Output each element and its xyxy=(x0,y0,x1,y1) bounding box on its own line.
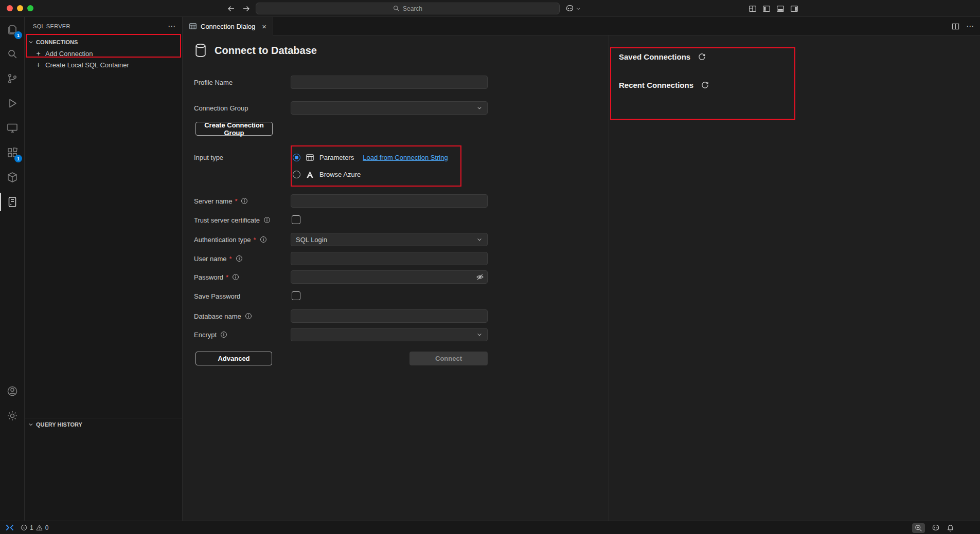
more-actions-icon[interactable]: ⋯ xyxy=(966,22,974,31)
load-from-connection-string-link[interactable]: Load from Connection String xyxy=(363,154,448,161)
required-marker: * xyxy=(226,273,228,281)
tree-item-label: Create Local SQL Container xyxy=(45,61,129,69)
forward-arrow-icon[interactable] xyxy=(241,3,252,14)
zoom-in-icon[interactable] xyxy=(912,523,925,533)
encrypt-label: Encrypt xyxy=(194,328,227,341)
layout-controls xyxy=(747,3,800,14)
info-icon[interactable] xyxy=(245,312,252,320)
error-count: 1 xyxy=(30,524,33,531)
chevron-down-icon xyxy=(476,332,483,338)
query-history-section-label: QUERY HISTORY xyxy=(36,421,82,428)
sidebar-item-run-debug[interactable] xyxy=(0,91,25,116)
database-icon xyxy=(193,43,208,58)
sidebar-item-sql-server[interactable] xyxy=(0,190,25,214)
input-type-parameters-option: Parameters Load from Connection String xyxy=(293,151,448,164)
profile-name-input[interactable] xyxy=(291,76,488,89)
chevron-down-icon xyxy=(27,38,35,46)
connect-button[interactable]: Connect xyxy=(409,352,488,365)
command-center-search[interactable]: Search xyxy=(256,3,560,14)
warning-icon xyxy=(36,524,43,531)
recent-connections-heading: Recent Connections xyxy=(619,81,693,89)
toggle-panel-icon[interactable] xyxy=(775,3,786,14)
search-icon xyxy=(6,48,19,60)
connection-group-label: Connection Group xyxy=(194,101,248,115)
status-bar-right xyxy=(912,521,954,534)
toggle-primary-sidebar-icon[interactable] xyxy=(761,3,772,14)
eye-off-icon[interactable] xyxy=(476,273,484,281)
connections-section-header[interactable]: CONNECTIONS xyxy=(25,36,182,48)
chevron-down-icon xyxy=(27,420,35,429)
encrypt-select[interactable] xyxy=(291,328,488,341)
window-maximize-button[interactable] xyxy=(27,5,33,11)
sidebar-item-search[interactable] xyxy=(0,42,25,66)
sidebar-item-remote-explorer[interactable] xyxy=(0,116,25,140)
sidebar: SQL SERVER ⋯ CONNECTIONS + Add Connectio… xyxy=(25,17,183,521)
remote-indicator[interactable] xyxy=(0,521,17,534)
database-name-input[interactable] xyxy=(291,309,488,323)
connection-group-select[interactable] xyxy=(291,101,488,115)
connections-section-label: CONNECTIONS xyxy=(36,39,78,45)
tree-item-create-local-sql-container[interactable]: + Create Local SQL Container xyxy=(25,59,182,70)
user-name-label: User name * xyxy=(194,252,243,265)
tab-connection-dialog[interactable]: Connection Dialog × xyxy=(183,17,273,35)
copilot-menu-button[interactable] xyxy=(565,3,581,14)
trust-server-certificate-label: Trust server certificate xyxy=(194,213,271,227)
password-input[interactable] xyxy=(291,270,488,284)
refresh-icon[interactable] xyxy=(701,81,709,89)
save-password-label: Save Password xyxy=(194,289,240,303)
info-icon[interactable] xyxy=(236,255,243,262)
trust-server-certificate-checkbox[interactable] xyxy=(292,215,300,224)
sidebar-item-source-control[interactable] xyxy=(0,66,25,91)
recent-connections-section: Recent Connections xyxy=(619,81,709,89)
tree-item-add-connection[interactable]: + Add Connection xyxy=(25,48,182,59)
window-minimize-button[interactable] xyxy=(17,5,23,11)
accounts-button[interactable] xyxy=(0,379,25,403)
server-name-input[interactable] xyxy=(291,194,488,208)
sql-server-icon xyxy=(6,196,19,208)
parameters-radio[interactable] xyxy=(293,154,300,161)
plus-icon: + xyxy=(35,49,42,58)
authentication-type-label: Authentication type * xyxy=(194,233,267,246)
tree-item-label: Add Connection xyxy=(45,50,93,58)
browse-azure-radio[interactable] xyxy=(293,171,300,178)
vscode-window: Search 1 1 xyxy=(0,0,980,534)
window-controls xyxy=(7,5,33,11)
advanced-button[interactable]: Advanced xyxy=(195,352,272,365)
close-icon[interactable]: × xyxy=(262,22,266,31)
package-cube-icon xyxy=(6,171,19,183)
chevron-down-icon xyxy=(476,105,483,111)
settings-button[interactable] xyxy=(0,403,25,428)
window-close-button[interactable] xyxy=(7,5,13,11)
account-icon xyxy=(6,385,19,397)
refresh-icon[interactable] xyxy=(698,53,706,61)
plus-icon: + xyxy=(35,61,42,69)
info-icon[interactable] xyxy=(263,216,271,224)
info-icon[interactable] xyxy=(241,197,248,205)
warning-count: 0 xyxy=(45,524,49,531)
info-icon[interactable] xyxy=(232,273,239,281)
sidebar-title: SQL SERVER xyxy=(33,23,168,29)
info-icon[interactable] xyxy=(260,236,267,243)
back-arrow-icon[interactable] xyxy=(225,3,237,14)
tab-label: Connection Dialog xyxy=(201,23,255,30)
explorer-badge: 1 xyxy=(14,31,22,39)
customize-layout-icon[interactable] xyxy=(747,3,758,14)
more-actions-icon[interactable]: ⋯ xyxy=(168,22,175,31)
problems-status[interactable]: 1 0 xyxy=(17,521,51,534)
toggle-secondary-sidebar-icon[interactable] xyxy=(789,3,800,14)
page-title: Connect to Database xyxy=(215,45,317,57)
split-editor-icon[interactable] xyxy=(952,23,959,30)
create-connection-group-button[interactable]: Create Connection Group xyxy=(195,122,273,136)
sidebar-item-explorer[interactable]: 1 xyxy=(0,17,25,42)
sidebar-item-extensions[interactable]: 1 xyxy=(0,140,25,165)
save-password-checkbox[interactable] xyxy=(292,291,300,300)
query-history-section-header[interactable]: QUERY HISTORY xyxy=(25,419,182,430)
info-icon[interactable] xyxy=(220,331,227,338)
notifications-bell-icon[interactable] xyxy=(947,524,954,532)
user-name-input[interactable] xyxy=(291,252,488,265)
panel-divider xyxy=(609,35,609,521)
authentication-type-select[interactable]: SQL Login xyxy=(291,233,488,246)
sidebar-item-containers[interactable] xyxy=(0,165,25,190)
search-placeholder: Search xyxy=(403,5,422,12)
copilot-status-icon[interactable] xyxy=(932,524,940,532)
